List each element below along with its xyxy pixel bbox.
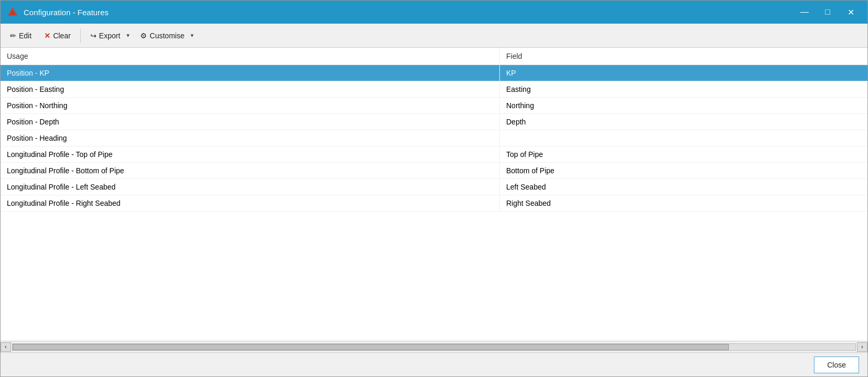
app-logo (7, 6, 18, 18)
customise-label: Customise (150, 32, 184, 40)
table-row[interactable]: Position - DepthDepth (1, 114, 867, 130)
table-row[interactable]: Longitudinal Profile - Top of PipeTop of… (1, 146, 867, 163)
customise-button[interactable]: ⚙ Customise (135, 27, 187, 45)
export-button[interactable]: ↪ Export (85, 27, 123, 45)
table-row[interactable]: Longitudinal Profile - Right SeabedRight… (1, 195, 867, 212)
customise-dropdown-arrow[interactable]: ▾ (187, 27, 197, 45)
col-field-cell: Right Seabed (500, 195, 867, 211)
export-dropdown-arrow[interactable]: ▾ (123, 27, 133, 45)
col-field-cell: Left Seabed (500, 179, 867, 195)
edit-button[interactable]: ✏ Edit (5, 27, 37, 45)
table-body: Position - KPKPPosition - EastingEasting… (1, 65, 867, 341)
col-usage-cell: Position - KP (1, 65, 500, 81)
col-usage-header: Usage (1, 48, 500, 65)
window-title: Configuration - Features (24, 8, 109, 17)
table-row[interactable]: Position - KPKP (1, 65, 867, 81)
clear-label: Clear (53, 32, 70, 40)
window-controls: — □ ✕ (794, 4, 861, 20)
titlebar: Configuration - Features — □ ✕ (1, 1, 867, 24)
export-label: Export (99, 32, 120, 40)
customise-icon: ⚙ (140, 32, 147, 40)
table-row[interactable]: Position - EastingEasting (1, 81, 867, 98)
toolbar: ✏ Edit ✕ Clear ↪ Export ▾ ⚙ Customise ▾ (1, 24, 867, 48)
scroll-left-button[interactable]: ‹ (1, 342, 11, 352)
col-usage-cell: Longitudinal Profile - Right Seabed (1, 195, 500, 211)
minimize-button[interactable]: — (794, 4, 815, 20)
edit-label: Edit (19, 32, 32, 40)
horizontal-scrollbar: ‹ › (1, 341, 867, 352)
col-field-header: Field (500, 48, 867, 65)
toolbar-separator (80, 28, 81, 43)
main-window: Configuration - Features — □ ✕ ✏ Edit ✕ … (0, 0, 868, 377)
scroll-right-button[interactable]: › (857, 342, 867, 352)
col-usage-cell: Longitudinal Profile - Top of Pipe (1, 146, 500, 162)
col-field-cell: KP (500, 65, 867, 81)
titlebar-left: Configuration - Features (7, 6, 109, 18)
close-button[interactable]: Close (814, 357, 859, 373)
col-usage-cell: Position - Easting (1, 81, 500, 97)
content-area: Usage Field Position - KPKPPosition - Ea… (1, 48, 867, 341)
maximize-button[interactable]: □ (817, 4, 838, 20)
clear-button[interactable]: ✕ Clear (39, 27, 76, 45)
scroll-thumb[interactable] (13, 344, 729, 350)
col-usage-cell: Longitudinal Profile - Left Seabed (1, 179, 500, 195)
export-icon: ↪ (90, 32, 97, 40)
window-close-button[interactable]: ✕ (840, 4, 861, 20)
footer: Close (1, 352, 867, 376)
col-field-cell: Depth (500, 114, 867, 130)
col-field-cell: Easting (500, 81, 867, 97)
col-usage-cell: Longitudinal Profile - Bottom of Pipe (1, 163, 500, 179)
col-field-cell: Northing (500, 98, 867, 113)
table-row[interactable]: Longitudinal Profile - Bottom of PipeBot… (1, 163, 867, 179)
col-usage-cell: Position - Heading (1, 130, 500, 146)
table-row[interactable]: Position - NorthingNorthing (1, 98, 867, 114)
col-usage-cell: Position - Northing (1, 98, 500, 113)
edit-icon: ✏ (10, 32, 16, 40)
clear-icon: ✕ (44, 32, 50, 40)
col-field-cell (500, 130, 867, 146)
scroll-track[interactable] (12, 343, 856, 351)
table-row[interactable]: Longitudinal Profile - Left SeabedLeft S… (1, 179, 867, 195)
col-usage-cell: Position - Depth (1, 114, 500, 130)
table-header: Usage Field (1, 48, 867, 65)
table-row[interactable]: Position - Heading (1, 130, 867, 146)
customise-group: ⚙ Customise ▾ (135, 27, 197, 45)
col-field-cell: Bottom of Pipe (500, 163, 867, 179)
export-group: ↪ Export ▾ (85, 27, 133, 45)
col-field-cell: Top of Pipe (500, 146, 867, 162)
